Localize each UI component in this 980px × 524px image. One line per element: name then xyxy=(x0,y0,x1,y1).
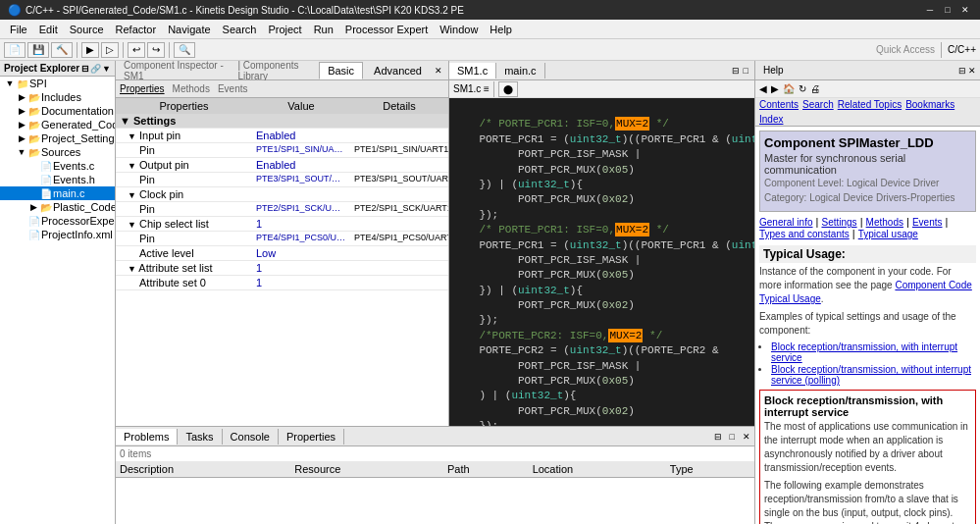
help-minimize-icon[interactable]: ⊟ xyxy=(958,66,966,76)
tree-item-includes[interactable]: ▶ 📂 Includes xyxy=(0,90,115,104)
home-icon[interactable]: 🏠 xyxy=(783,83,795,94)
link-typical-usage[interactable]: Typical usage xyxy=(858,229,918,239)
link-general-info[interactable]: General info xyxy=(759,217,812,228)
tab-properties[interactable]: Properties xyxy=(120,83,165,94)
tab-methods[interactable]: Methods xyxy=(173,83,210,94)
save-button[interactable]: 💾 xyxy=(27,42,49,58)
help-close-icon[interactable]: ✕ xyxy=(968,66,976,76)
chevron-down-icon[interactable]: ▼ xyxy=(102,64,111,74)
tree-item-processor-expert[interactable]: 📄 ProcessorExpert.pe xyxy=(0,214,115,228)
link-typical-usage-detail[interactable]: Component Code Typical Usage xyxy=(759,280,972,304)
editor-tab-main[interactable]: main.c xyxy=(496,63,544,79)
tree-item-project-settings[interactable]: ▶ 📂 Project_Settings xyxy=(0,131,115,145)
tab-console[interactable]: Console xyxy=(223,429,279,445)
help-tab-contents[interactable]: Contents xyxy=(759,99,799,110)
debug-button[interactable]: ▶ xyxy=(81,42,99,58)
expand-settings-tree[interactable]: ▼ xyxy=(120,115,130,127)
toggle-breakpoint-button[interactable]: ⬤ xyxy=(498,81,518,97)
tree-item-documentation[interactable]: ▶ 📂 Documentation xyxy=(0,104,115,118)
new-button[interactable]: 📄 xyxy=(4,42,26,58)
prop-output-pin-value[interactable]: Enabled xyxy=(252,158,350,173)
expand-documentation-icon[interactable]: ▶ xyxy=(16,106,27,116)
menu-navigate[interactable]: Navigate xyxy=(162,22,216,37)
menu-processor-expert[interactable]: Processor Expert xyxy=(339,22,434,37)
link-types[interactable]: Types and constants xyxy=(759,229,850,239)
expand-generated-icon[interactable]: ▶ xyxy=(16,120,27,130)
tab-properties[interactable]: Properties xyxy=(279,429,344,445)
properties-scroll[interactable]: Properties Value Details ▼ Settings xyxy=(116,98,448,426)
tab-events[interactable]: Events xyxy=(218,83,248,94)
ci-close-icon[interactable]: ✕ xyxy=(433,66,444,76)
help-tab-bookmarks[interactable]: Bookmarks xyxy=(905,99,954,110)
expand-attr-icon[interactable]: ▼ xyxy=(128,264,136,274)
tree-item-generated-code[interactable]: ▶ 📂 Generated_Code xyxy=(0,118,115,131)
expand-settings-icon[interactable]: ▶ xyxy=(16,133,27,143)
link-events[interactable]: Events xyxy=(912,217,943,228)
help-tab-search[interactable]: Search xyxy=(802,99,834,110)
refresh-icon[interactable]: ↻ xyxy=(799,83,806,94)
tab-basic[interactable]: Basic xyxy=(319,62,363,79)
tree-item-events-h[interactable]: 📄 Events.h xyxy=(0,173,115,186)
build-button[interactable]: 🔨 xyxy=(51,42,73,58)
tree-item-main-c[interactable]: 📄 main.c xyxy=(0,186,115,200)
tree-item-project-info[interactable]: 📄 ProjectInfo.xml xyxy=(0,228,115,241)
expand-output-icon[interactable]: ▼ xyxy=(128,161,136,171)
bottom-close-icon[interactable]: ✕ xyxy=(739,432,754,442)
menu-file[interactable]: File xyxy=(4,22,33,37)
prop-clock-pin-value[interactable] xyxy=(252,187,350,202)
expand-includes-icon[interactable]: ▶ xyxy=(16,92,27,102)
components-library-tab[interactable]: | Components Library xyxy=(237,61,319,81)
back-icon[interactable]: ◀ xyxy=(759,83,767,94)
menu-run[interactable]: Run xyxy=(308,22,339,37)
menu-source[interactable]: Source xyxy=(64,22,110,37)
tree-item-events-c[interactable]: 📄 Events.c xyxy=(0,159,115,173)
expand-spi-icon[interactable]: ▼ xyxy=(4,79,16,88)
print-icon[interactable]: 🖨 xyxy=(810,83,820,94)
menu-refactor[interactable]: Refactor xyxy=(110,22,163,37)
tree-item-sources[interactable]: ▼ 📂 Sources xyxy=(0,145,115,159)
undo-button[interactable]: ↩ xyxy=(128,42,145,58)
prop-attr-list-value[interactable]: 1 xyxy=(252,261,350,276)
help-tab-related[interactable]: Related Topics xyxy=(838,99,902,110)
menu-project[interactable]: Project xyxy=(262,22,307,37)
tab-problems[interactable]: Problems xyxy=(116,429,178,445)
editor-minimize-icon[interactable]: ⊟ xyxy=(730,66,742,76)
expand-plastic-icon[interactable]: ▶ xyxy=(27,202,39,212)
expand-cs-icon[interactable]: ▼ xyxy=(128,220,136,230)
forward-icon[interactable]: ▶ xyxy=(771,83,779,94)
bottom-maximize-icon[interactable]: □ xyxy=(726,432,739,442)
prop-chip-select-value[interactable]: 1 xyxy=(252,217,350,232)
maximize-button[interactable]: □ xyxy=(941,3,954,17)
prop-pin2-value[interactable]: PTE3/SPI1_SOUT/UART1_RX/SDHC0.. xyxy=(252,173,350,187)
menu-search[interactable]: Search xyxy=(217,22,263,37)
expand-sources-icon[interactable]: ▼ xyxy=(16,147,27,157)
help-tab-index[interactable]: Index xyxy=(759,114,783,125)
menu-edit[interactable]: Edit xyxy=(33,22,64,37)
expand-input-icon[interactable]: ▼ xyxy=(128,131,136,141)
prop-pin3-value[interactable]: PTE2/SPI1_SCK/UART1_CTS_b/SDHT.. xyxy=(252,202,350,217)
link-example-2[interactable]: Block reception/transmission, without in… xyxy=(771,364,971,386)
link-methods[interactable]: Methods xyxy=(866,217,903,228)
bottom-minimize-icon[interactable]: ⊟ xyxy=(710,432,726,442)
link-example-1[interactable]: Block reception/transmission, with inter… xyxy=(771,341,957,363)
prop-pin1-value[interactable]: PTE1/SPI1_SIN/UART1_RTS_b/SDHC.. xyxy=(252,143,350,158)
collapse-all-icon[interactable]: ⊟ xyxy=(81,64,89,74)
tab-advanced[interactable]: Advanced xyxy=(365,62,431,79)
link-settings[interactable]: Settings xyxy=(821,217,856,228)
search-toolbar-button[interactable]: 🔍 xyxy=(174,42,195,58)
tree-item-plastic-code[interactable]: ▶ 📂 Plastic_Code xyxy=(0,200,115,214)
prop-active-level-value[interactable]: Low xyxy=(252,246,350,261)
close-button[interactable]: ✕ xyxy=(958,3,972,17)
help-content[interactable]: Component SPIMaster_LDD Master for synch… xyxy=(755,127,980,524)
minimize-button[interactable]: ─ xyxy=(923,3,937,17)
menu-help[interactable]: Help xyxy=(484,22,518,37)
prop-attr0-value[interactable]: 1 xyxy=(252,276,350,290)
editor-tab-sm1[interactable]: SM1.c xyxy=(449,63,496,79)
title-bar-right[interactable]: ─ □ ✕ xyxy=(923,3,972,17)
code-area[interactable]: /* PORTE_PCR1: ISF=0,MUX=2 */ PORTE_PCR1… xyxy=(449,98,754,426)
expand-clock-icon[interactable]: ▼ xyxy=(128,190,136,200)
tab-tasks[interactable]: Tasks xyxy=(178,429,222,445)
editor-maximize-icon[interactable]: □ xyxy=(742,66,750,76)
tree-item-spi[interactable]: ▼ 📁 SPI xyxy=(0,77,115,90)
run-button[interactable]: ▷ xyxy=(101,42,119,58)
